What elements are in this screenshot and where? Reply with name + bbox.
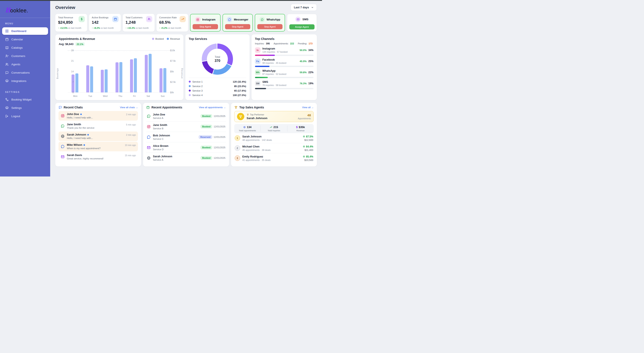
chart-title: Appointments & Revenue <box>59 37 95 40</box>
appointment-row[interactable]: Jane SmithService B Booked12/01/2025 <box>146 121 226 132</box>
chevron-down-icon <box>311 6 314 9</box>
bar-group-thu[interactable] <box>116 50 122 92</box>
sidebar-item-agents[interactable]: Agents <box>2 61 48 68</box>
progress-fill <box>255 55 275 56</box>
target-icon <box>243 126 246 128</box>
stop-agent-button[interactable]: Stop Agent <box>257 24 282 29</box>
widget-icon <box>5 98 9 101</box>
agent-card-instagram: Instagram Stop Agent <box>190 14 220 31</box>
bar-group-sun[interactable] <box>160 50 166 92</box>
dollar-icon: $ <box>296 125 298 129</box>
list-item: Service 1120 (32.4%) <box>189 79 246 84</box>
chat-row[interactable]: Jane SmithThank you for the service 5 mi… <box>58 121 138 131</box>
legend-label: Booked <box>156 37 164 40</box>
settings-section-label: SETTINGS <box>0 85 50 95</box>
progress-track <box>255 77 314 78</box>
status-badge: Booked <box>200 125 212 128</box>
sidebar-item-calendar[interactable]: Calendar <box>2 36 48 43</box>
date-range-select[interactable]: Last 7 days <box>290 4 317 11</box>
chat-icon <box>5 71 9 74</box>
sales-agent-row[interactable]: 1 Sarah Johnson48 appointments · 142 dea… <box>234 133 314 143</box>
agent-card-label: Messenger <box>234 18 248 21</box>
top-performer-count-label: Appointments <box>298 117 311 120</box>
bar-group-sat[interactable] <box>145 50 152 92</box>
channel-row-whatsapp: Wh WhatsApp87 inquiries · 52 booked 59.8… <box>255 69 314 78</box>
stat-card-active-bookings: Active Bookings 142 ↑ +8.2% vs last mont… <box>89 14 121 31</box>
stop-agent-button[interactable]: Stop Agent <box>225 24 250 29</box>
stats-row: Total Revenue $24,850 ↑ +12.5% vs last m… <box>55 14 317 31</box>
agent-card-sms: SMS Assign Agent <box>287 14 317 31</box>
chat-row[interactable]: John DoeHello, I need help with... 2 min… <box>58 111 138 121</box>
gear-icon <box>5 79 9 83</box>
sidebar-item-label: Calendar <box>11 38 23 41</box>
appointment-row[interactable]: John DoeService A Booked12/01/2025 <box>146 111 226 121</box>
sidebar-item-conversations[interactable]: Conversations <box>2 69 48 76</box>
chat-row[interactable]: Mike WilsonWhen is my next appointment? … <box>58 142 138 151</box>
sidebar-item-logout[interactable]: Logout <box>2 112 48 120</box>
average-badge: 22.1% <box>75 42 85 46</box>
brand-rest: ooklee. <box>10 7 28 13</box>
view-all-chats-link[interactable]: View all chats → <box>120 106 138 109</box>
recent-chats-title: Recent Chats <box>64 106 83 109</box>
sales-agent-row[interactable]: 3 Emily Rodriguez41 appointments · 35 de… <box>234 153 314 163</box>
stat-card-total-revenue: Total Revenue $24,850 ↑ +12.5% vs last m… <box>55 14 87 31</box>
view-all-agents-link[interactable]: View all → <box>302 106 314 109</box>
view-all-appointments-link[interactable]: View all appointments → <box>199 106 226 109</box>
sms-envelope-icon <box>61 155 65 159</box>
users-icon <box>5 62 9 66</box>
messenger-icon <box>147 135 151 139</box>
status-badge: Reserved <box>198 135 212 139</box>
date-range-value: Last 7 days <box>294 6 309 9</box>
channel-row-instagram: In Instagram134 inquiries · 67 booked 50… <box>255 47 314 56</box>
sidebar-item-catalogs[interactable]: Catalogs <box>2 44 48 51</box>
sidebar-item-label: Catalogs <box>11 46 23 49</box>
sidebar-item-settings[interactable]: Settings <box>2 104 48 112</box>
channel-badge: Fa <box>255 58 260 64</box>
bar-group-tue[interactable] <box>86 50 93 92</box>
dashboard-grid-icon <box>5 29 9 33</box>
channel-badge: Wh <box>255 69 260 75</box>
sidebar-item-label: Settings <box>11 106 22 109</box>
legend-dot-booked <box>152 38 154 40</box>
sales-agent-row[interactable]: 2 Michael Chen45 appointments · 38 deals… <box>234 143 314 153</box>
chat-time: 2 min ago <box>126 134 136 136</box>
sidebar-item-dashboard[interactable]: Dashboard <box>2 27 48 35</box>
bar-chart: Bookings Revenue 28 21 14 7 0 $10k $7.5k… <box>60 49 179 97</box>
stop-agent-button[interactable]: Stop Agent <box>192 24 218 29</box>
chat-row[interactable]: Sarah DavisGreat service, highly recomme… <box>58 152 138 162</box>
gridline <box>68 50 170 51</box>
appointment-row[interactable]: Sarah JohnsonService A Booked12/01/2025 <box>146 153 226 163</box>
progress-track <box>255 88 314 89</box>
sidebar-item-label: Integrations <box>11 79 26 83</box>
menu-section-label: MENU <box>0 18 50 27</box>
stat-card-total-customers: Total Customers 1,248 ↑ +15.3% vs last m… <box>123 14 154 31</box>
globe-icon <box>147 156 151 160</box>
channel-badge: SM <box>255 81 260 86</box>
top-sales-agents-panel: Top Sales Agents View all → Top Performe… <box>231 103 317 166</box>
silver-medal-icon: 2 <box>235 145 240 151</box>
bar-group-wed[interactable] <box>101 50 108 92</box>
chat-row[interactable]: Sarah JohnsonHello, I need help with... … <box>58 131 138 141</box>
trophy-icon <box>234 106 238 109</box>
status-badge: Booked <box>200 114 212 118</box>
chat-time: 15 min ago <box>125 154 136 157</box>
sidebar-item-label: Booking Widget <box>11 98 32 101</box>
donut-chart[interactable]: Total 370 <box>202 43 233 75</box>
book-icon <box>5 46 9 49</box>
chart-legend: Booked Revenue <box>152 37 180 40</box>
appointment-row[interactable]: Alice BrownService D Booked12/01/2025 <box>146 142 226 153</box>
chat-icon <box>58 106 62 109</box>
sidebar-item-integrations[interactable]: Integrations <box>2 77 48 85</box>
chat-time: 2 min ago <box>126 113 136 116</box>
sidebar-item-customers[interactable]: Customers <box>2 52 48 60</box>
messenger-icon <box>227 17 232 22</box>
assign-agent-button[interactable]: Assign Agent <box>289 24 314 29</box>
agent-card-label: SMS <box>302 18 308 21</box>
appointment-row[interactable]: Bob JohnsonService C Reserved12/01/2025 <box>146 132 226 142</box>
stat-delta: ↑ +12.5% vs last month <box>58 27 84 29</box>
bar-group-fri[interactable] <box>130 50 137 92</box>
legend-dot-revenue <box>167 38 169 40</box>
whatsapp-icon <box>260 17 265 22</box>
sidebar-item-label: Logout <box>11 115 20 118</box>
sidebar-item-booking-widget[interactable]: Booking Widget <box>2 96 48 103</box>
